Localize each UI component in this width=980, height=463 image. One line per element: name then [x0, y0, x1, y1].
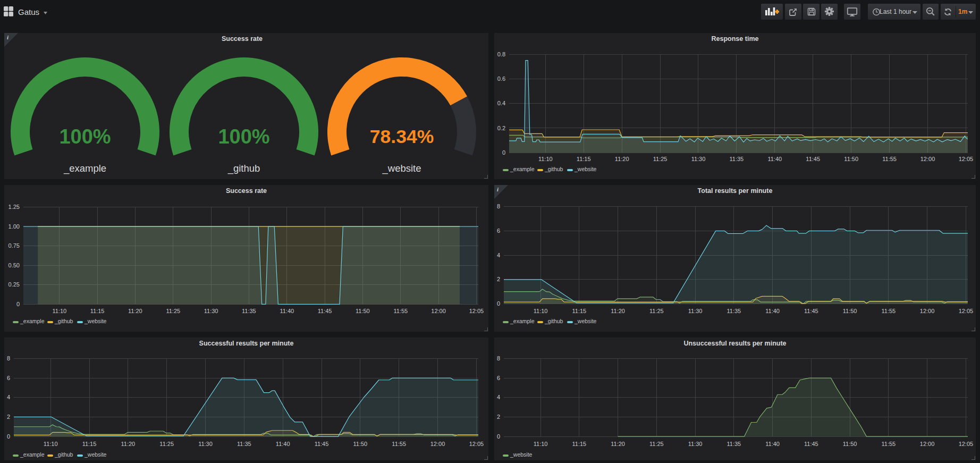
svg-text:8: 8 — [497, 355, 500, 361]
svg-text:1.00: 1.00 — [9, 223, 20, 230]
svg-text:0.2: 0.2 — [497, 125, 505, 131]
svg-text:11:50: 11:50 — [844, 156, 858, 162]
svg-text:0.50: 0.50 — [9, 262, 20, 268]
svg-text:0.8: 0.8 — [497, 51, 505, 57]
svg-text:_website: _website — [382, 163, 421, 174]
svg-text:6: 6 — [497, 375, 500, 381]
svg-text:12:05: 12:05 — [959, 308, 974, 314]
svg-text:11:45: 11:45 — [315, 441, 329, 447]
svg-text:4: 4 — [497, 252, 500, 258]
svg-text:11:45: 11:45 — [806, 156, 820, 162]
svg-text:100%: 100% — [59, 125, 111, 148]
svg-text:4: 4 — [497, 394, 500, 400]
svg-text:0: 0 — [7, 433, 10, 440]
svg-text:11:35: 11:35 — [727, 441, 741, 447]
svg-text:11:20: 11:20 — [611, 441, 625, 447]
svg-text:11:55: 11:55 — [882, 156, 897, 162]
svg-text:4: 4 — [7, 394, 10, 400]
svg-text:11:25: 11:25 — [653, 156, 668, 162]
svg-text:11:15: 11:15 — [577, 156, 591, 162]
svg-text:11:55: 11:55 — [882, 441, 896, 447]
svg-text:11:55: 11:55 — [393, 308, 408, 314]
svg-text:_github: _github — [227, 163, 260, 174]
svg-text:11:40: 11:40 — [765, 441, 780, 447]
svg-text:11:15: 11:15 — [572, 308, 587, 314]
svg-text:12:00: 12:00 — [920, 156, 935, 162]
svg-text:11:20: 11:20 — [121, 441, 136, 447]
svg-text:12:05: 12:05 — [469, 441, 484, 447]
svg-text:2: 2 — [497, 414, 500, 420]
svg-text:11:30: 11:30 — [691, 156, 706, 162]
svg-text:11:20: 11:20 — [128, 308, 142, 314]
svg-text:12:00: 12:00 — [920, 308, 935, 314]
svg-text:11:30: 11:30 — [204, 308, 218, 314]
svg-text:1.25: 1.25 — [9, 204, 20, 210]
svg-text:11:35: 11:35 — [242, 308, 256, 314]
svg-text:11:15: 11:15 — [572, 441, 587, 447]
svg-text:0.75: 0.75 — [9, 242, 20, 249]
svg-text:11:35: 11:35 — [237, 441, 251, 447]
svg-text:2: 2 — [497, 276, 500, 282]
svg-text:11:20: 11:20 — [615, 156, 629, 162]
svg-text:11:25: 11:25 — [159, 441, 174, 447]
svg-text:11:50: 11:50 — [356, 308, 370, 314]
svg-text:11:55: 11:55 — [882, 308, 896, 314]
svg-text:2: 2 — [7, 414, 10, 420]
svg-text:0.25: 0.25 — [9, 281, 20, 288]
svg-text:11:50: 11:50 — [843, 441, 857, 447]
svg-text:11:10: 11:10 — [52, 308, 66, 314]
svg-text:12:05: 12:05 — [469, 308, 484, 314]
svg-text:12:05: 12:05 — [959, 441, 974, 447]
svg-text:0: 0 — [497, 433, 500, 440]
svg-text:11:40: 11:40 — [767, 156, 782, 162]
svg-text:0: 0 — [502, 149, 505, 156]
svg-text:11:25: 11:25 — [166, 308, 180, 314]
svg-text:11:30: 11:30 — [688, 441, 703, 447]
svg-text:11:10: 11:10 — [534, 308, 548, 314]
svg-text:12:05: 12:05 — [959, 156, 974, 162]
svg-text:0: 0 — [16, 301, 20, 307]
svg-text:_example: _example — [63, 163, 106, 174]
svg-text:11:10: 11:10 — [44, 441, 58, 447]
svg-text:11:10: 11:10 — [538, 156, 553, 162]
svg-text:11:10: 11:10 — [534, 441, 548, 447]
svg-text:11:30: 11:30 — [688, 308, 703, 314]
svg-text:11:35: 11:35 — [727, 308, 741, 314]
svg-text:11:25: 11:25 — [649, 441, 664, 447]
svg-text:11:50: 11:50 — [843, 308, 857, 314]
svg-text:11:45: 11:45 — [804, 308, 818, 314]
svg-text:11:15: 11:15 — [82, 441, 97, 447]
svg-text:8: 8 — [7, 355, 10, 361]
svg-text:0.6: 0.6 — [497, 75, 505, 82]
svg-text:12:00: 12:00 — [920, 441, 935, 447]
svg-text:11:40: 11:40 — [276, 441, 290, 447]
svg-text:11:50: 11:50 — [353, 441, 368, 447]
svg-text:78.34%: 78.34% — [370, 126, 434, 147]
svg-text:6: 6 — [7, 375, 10, 381]
svg-text:6: 6 — [497, 228, 500, 234]
svg-text:11:25: 11:25 — [649, 308, 664, 314]
svg-text:11:40: 11:40 — [280, 308, 294, 314]
svg-text:11:35: 11:35 — [730, 156, 744, 162]
svg-text:8: 8 — [497, 203, 500, 209]
svg-text:11:45: 11:45 — [804, 441, 818, 447]
svg-text:11:45: 11:45 — [318, 308, 332, 314]
svg-text:0: 0 — [497, 300, 500, 307]
svg-text:11:30: 11:30 — [198, 441, 213, 447]
svg-text:0.4: 0.4 — [497, 100, 505, 106]
svg-text:12:00: 12:00 — [430, 441, 445, 447]
svg-text:12:00: 12:00 — [431, 308, 446, 314]
svg-text:11:55: 11:55 — [392, 441, 406, 447]
svg-text:100%: 100% — [218, 125, 269, 148]
svg-text:11:15: 11:15 — [90, 308, 105, 314]
svg-text:11:20: 11:20 — [611, 308, 625, 314]
svg-text:11:40: 11:40 — [765, 308, 780, 314]
